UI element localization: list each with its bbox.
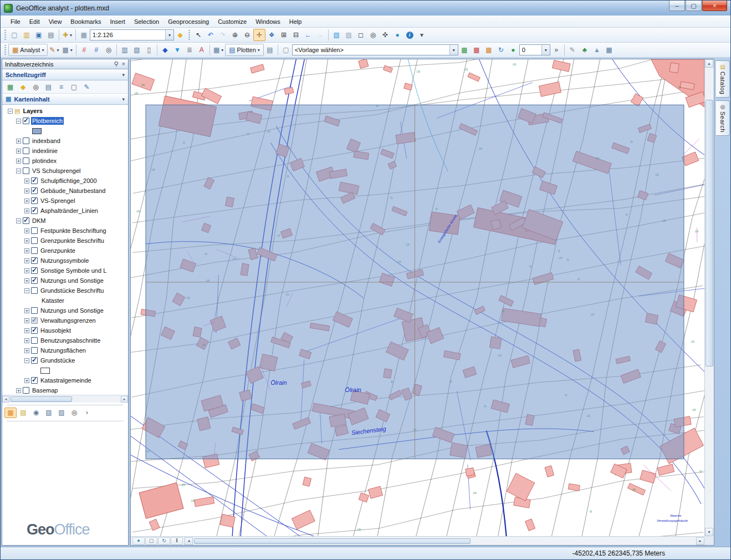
water-drop-button[interactable]: ▼ [171, 44, 183, 56]
scroll-right-icon[interactable]: ► [696, 537, 704, 545]
chevron-down-icon[interactable]: ▾ [165, 30, 173, 40]
menu-customize[interactable]: Customize [213, 17, 251, 27]
toolbar-grip[interactable] [188, 29, 190, 40]
quick-edit-map-button[interactable]: ✎ [80, 82, 93, 93]
scroll-left-icon[interactable]: ◄ [185, 537, 193, 545]
construction-red-button[interactable]: # [78, 44, 90, 56]
expander-plus-icon[interactable]: + [24, 278, 29, 283]
blue-diamond-button[interactable]: ◆ [159, 44, 171, 56]
identify-button[interactable]: i [403, 29, 416, 41]
go-to-xy-button[interactable]: ✜ [379, 29, 391, 41]
quick-table-button[interactable]: ▤ [42, 82, 55, 93]
expander-plus-icon[interactable]: + [16, 149, 21, 154]
scrollbar-thumb[interactable] [11, 396, 72, 402]
full-extent-button[interactable]: ❖ [265, 29, 278, 41]
scroll-right-icon[interactable]: ► [121, 396, 128, 403]
list-by-selection-button[interactable]: ▧ [43, 408, 55, 418]
toc-overflow-chevron[interactable]: › [81, 408, 93, 418]
expander-plus-icon[interactable]: + [24, 348, 29, 353]
layer-checkbox[interactable] [31, 257, 38, 264]
layout-view-button[interactable]: ▢ [145, 537, 157, 545]
page-number-combo[interactable]: 0▾ [519, 44, 550, 55]
chevron-down-icon[interactable]: ▾ [258, 48, 260, 53]
layer-checkbox[interactable] [23, 387, 29, 394]
menu-edit[interactable]: Edit [25, 17, 44, 27]
expander-minus-icon[interactable]: − [16, 119, 21, 124]
toc-search-button[interactable]: ◎ [68, 408, 80, 418]
select-elements-button[interactable]: ◻ [355, 29, 367, 41]
terrain-button[interactable]: ▲ [591, 44, 603, 56]
save-button[interactable]: ▣ [33, 29, 45, 41]
menu-geoprocessing[interactable]: Geoprocessing [163, 17, 213, 27]
scroll-down-icon[interactable]: ▼ [705, 528, 713, 536]
sketch-tool-button[interactable]: ✎▾ [48, 44, 60, 56]
next-extent-button[interactable]: → [314, 29, 326, 41]
layer-checkbox[interactable] [23, 118, 29, 124]
previous-extent-button[interactable]: ← [302, 29, 314, 41]
fixed-zoom-out-button[interactable]: ⊟ [290, 29, 302, 41]
new-document-button[interactable]: ▢ [8, 29, 21, 41]
measure-button[interactable]: ▯ [143, 44, 155, 56]
menu-insert[interactable]: Insert [105, 17, 130, 27]
overflow-chevron[interactable]: » [550, 44, 563, 56]
pin-icon[interactable]: ⚲ [114, 60, 119, 68]
layer-checkbox[interactable] [31, 377, 38, 384]
chevron-down-icon[interactable]: ▾ [57, 48, 59, 53]
layer-checkbox[interactable] [23, 167, 29, 174]
toc-options-button[interactable]: ▨ [55, 408, 68, 418]
zoom-in-button[interactable]: ⊕ [229, 29, 241, 41]
globe-button[interactable]: ● [391, 29, 403, 41]
expander-plus-icon[interactable]: + [24, 308, 29, 313]
tab-catalog[interactable]: ▤Catalog [716, 60, 730, 98]
expander-plus-icon[interactable]: + [24, 248, 29, 253]
map-scale-button[interactable]: ▦ [78, 29, 90, 41]
map-viewport[interactable]: LNLNLNLNLNLNLNLNLNLNLNLNLNLNLNLNLNLNLNLN… [130, 59, 714, 546]
expander-plus-icon[interactable]: + [24, 258, 29, 263]
layer-checkbox[interactable] [31, 227, 38, 234]
quick-page-button[interactable]: ▢ [68, 82, 80, 93]
legend-swatch[interactable] [32, 128, 42, 134]
plotten-menu-button[interactable]: ▤Plotten▾ [225, 44, 264, 56]
chevron-down-icon[interactable]: ▾ [42, 48, 44, 53]
layer-checkbox[interactable] [31, 307, 38, 314]
expander-minus-icon[interactable]: − [24, 288, 29, 293]
far-grid-button[interactable]: ▦ [603, 44, 615, 56]
layer-checkbox[interactable] [31, 197, 38, 204]
expander-plus-icon[interactable]: + [24, 179, 29, 184]
grid-menu-button[interactable]: ▦▾ [212, 44, 225, 56]
menu-help[interactable]: Help [285, 17, 306, 27]
chevron-down-icon[interactable]: ▾ [122, 72, 125, 78]
layer-checkbox[interactable] [23, 147, 29, 154]
construction-blue-button[interactable]: # [90, 44, 103, 56]
toc-titlebar[interactable]: Inhaltsverzeichnis ⚲ × [2, 59, 128, 69]
expander-minus-icon[interactable]: − [16, 218, 21, 223]
print-button[interactable]: ▤ [45, 29, 57, 41]
expander-minus-icon[interactable]: − [8, 109, 13, 114]
chevron-down-icon[interactable]: ▾ [541, 45, 550, 55]
layer-checkbox[interactable] [31, 207, 38, 214]
layer-checkbox[interactable] [31, 277, 38, 284]
chevron-down-icon[interactable]: ▾ [70, 48, 73, 53]
chevron-down-icon[interactable]: ▾ [221, 48, 223, 53]
layer-tool-1-button[interactable]: ▥ [119, 44, 131, 56]
menu-selection[interactable]: Selection [130, 17, 163, 27]
quick-list-button[interactable]: ≡ [55, 82, 68, 93]
layer-checkbox[interactable] [23, 157, 29, 164]
layer-checkbox[interactable] [31, 287, 38, 294]
layer-checkbox[interactable] [31, 177, 38, 184]
label-edit-button[interactable]: ✎ [566, 44, 579, 56]
expander-plus-icon[interactable]: + [16, 159, 21, 164]
maximize-button[interactable]: ▢ [686, 1, 702, 11]
zoom-out-button[interactable]: ⊖ [241, 29, 253, 41]
clear-selection-button[interactable]: ▨ [343, 29, 355, 41]
expander-plus-icon[interactable]: + [16, 139, 21, 144]
sync-globe-button[interactable]: ● [507, 44, 519, 56]
analyst-menu-button[interactable]: ▦Analyst▾ [8, 44, 48, 56]
expander-plus-icon[interactable]: + [24, 238, 29, 243]
page-setup-button[interactable]: ▢ [280, 44, 292, 56]
minimize-button[interactable]: – [669, 1, 685, 11]
close-panel-icon[interactable]: × [122, 60, 125, 68]
expander-plus-icon[interactable]: + [24, 328, 29, 333]
track-lines-button[interactable]: ≣ [183, 44, 196, 56]
toolbar-options-chevron[interactable]: ▾ [416, 29, 428, 41]
